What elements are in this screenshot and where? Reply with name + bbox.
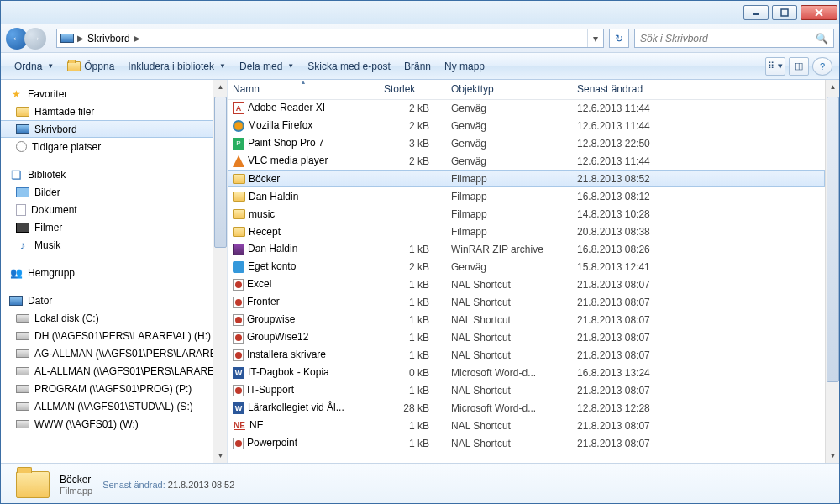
email-button[interactable]: Skicka med e-post — [301, 57, 397, 76]
table-row[interactable]: WIT-Dagbok - Kopia0 kBMicrosoft Word-d..… — [228, 364, 825, 381]
search-placeholder: Sök i Skrivbord — [640, 33, 708, 45]
include-library-menu[interactable]: Inkludera i bibliotek▼ — [121, 57, 233, 76]
scroll-down-icon[interactable]: ▼ — [214, 449, 227, 463]
file-name: Eget konto — [248, 260, 296, 272]
sidebar-item[interactable]: PROGRAM (\\AGFS01\PROG) (P:) — [1, 380, 227, 397]
nal-icon — [233, 349, 244, 361]
vlc-icon — [233, 155, 244, 167]
table-row[interactable]: NENE1 kBNAL Shortcut21.8.2013 08:07 — [228, 417, 825, 434]
sidebar-item[interactable]: Skrivbord — [1, 120, 227, 138]
sidebar-scrollbar[interactable]: ▲ ▼ — [213, 80, 227, 463]
file-modified: 16.8.2013 08:12 — [572, 187, 825, 205]
sidebar-item[interactable]: Dokument — [1, 201, 227, 218]
file-name: Böcker — [249, 173, 280, 185]
scroll-thumb[interactable] — [214, 97, 227, 248]
new-folder-button[interactable]: Ny mapp — [438, 57, 491, 76]
table-row[interactable]: BöckerFilmapp21.8.2013 08:52 — [228, 170, 825, 187]
table-row[interactable]: Excel1 kBNAL Shortcut21.8.2013 08:07 — [228, 276, 825, 293]
burn-button[interactable]: Bränn — [397, 57, 438, 76]
column-size[interactable]: Storlek — [379, 80, 446, 99]
view-menu[interactable]: ⠿ ▾ — [765, 57, 785, 76]
file-size: 1 kB — [379, 328, 446, 346]
file-type: Genväg — [446, 134, 572, 152]
table-row[interactable]: Powerpoint1 kBNAL Shortcut21.8.2013 08:0… — [228, 434, 825, 452]
preview-pane-button[interactable]: ◫ — [789, 57, 809, 76]
refresh-button[interactable]: ↻ — [609, 29, 629, 48]
table-row[interactable]: Groupwise1 kBNAL Shortcut21.8.2013 08:07 — [228, 311, 825, 328]
search-input[interactable]: Sök i Skrivbord 🔍 — [634, 29, 834, 48]
scroll-up-icon[interactable]: ▲ — [214, 80, 227, 94]
sidebar-item[interactable]: Bilder — [1, 183, 227, 201]
table-row[interactable]: Eget konto2 kBGenväg15.8.2013 12:41 — [228, 258, 825, 276]
maximize-button[interactable] — [772, 5, 797, 20]
sidebar-item[interactable]: AG-ALLMAN (\\AGFS01\PERS\LARARE\AL) (L:) — [1, 344, 227, 362]
sidebar-item[interactable]: Lokal disk (C:) — [1, 309, 227, 327]
drive-icon — [16, 314, 29, 323]
help-button[interactable]: ? — [812, 57, 832, 76]
ff-icon — [233, 120, 244, 132]
computer-header[interactable]: Dator — [1, 291, 227, 309]
table-row[interactable]: AAdobe Reader XI2 kBGenväg12.6.2013 11:4… — [228, 99, 825, 117]
libraries-header[interactable]: ❏Bibliotek — [1, 165, 227, 183]
sidebar-item-label: PROGRAM (\\AGFS01\PROG) (P:) — [34, 383, 192, 395]
scroll-down-icon[interactable]: ▼ — [827, 449, 839, 463]
nal-icon — [233, 385, 244, 396]
share-menu[interactable]: Dela med▼ — [233, 57, 301, 76]
close-button[interactable] — [801, 5, 837, 20]
file-type: NAL Shortcut — [446, 328, 572, 346]
table-row[interactable]: Dan HaldinFilmapp16.8.2013 08:12 — [228, 187, 825, 205]
minimize-button[interactable] — [743, 5, 769, 20]
homegroup-header[interactable]: 👥Hemgrupp — [1, 264, 227, 281]
table-row[interactable]: VLC media player2 kBGenväg12.6.2013 11:4… — [228, 152, 825, 170]
file-size: 1 kB — [379, 346, 446, 364]
file-modified: 21.8.2013 08:07 — [572, 434, 825, 452]
file-type: NAL Shortcut — [446, 381, 572, 399]
chevron-right-icon[interactable]: ▶ — [134, 34, 140, 43]
file-type: WinRAR ZIP archive — [446, 240, 572, 258]
column-modified[interactable]: Senast ändrad — [572, 80, 825, 99]
table-row[interactable]: GroupWise121 kBNAL Shortcut21.8.2013 08:… — [228, 328, 825, 346]
sidebar-item[interactable]: AL-ALLMAN (\\AGFS01\PERS\LARARE\AL) (M:) — [1, 362, 227, 380]
folder-i-icon — [233, 227, 245, 237]
table-row[interactable]: Dan Haldin1 kBWinRAR ZIP archive16.8.201… — [228, 240, 825, 258]
list-scrollbar[interactable]: ▲ ▼ — [825, 80, 839, 463]
forward-button[interactable]: → — [24, 28, 46, 50]
sidebar-item[interactable]: WWW (\\AGFS01) (W:) — [1, 415, 227, 433]
details-info: Böcker Filmapp — [60, 474, 92, 496]
sidebar-item[interactable]: Tidigare platser — [1, 138, 227, 155]
file-type: Filmapp — [446, 170, 572, 187]
file-name: Fronter — [247, 296, 280, 307]
sidebar-item-label: Musik — [34, 239, 60, 251]
table-row[interactable]: ReceptFilmapp20.8.2013 08:38 — [228, 223, 825, 240]
column-type[interactable]: Objekttyp — [446, 80, 572, 99]
sidebar-item[interactable]: Hämtade filer — [1, 102, 227, 120]
file-type: Filmapp — [446, 205, 572, 223]
breadcrumb-dropdown[interactable]: ▾ — [587, 29, 603, 47]
table-row[interactable]: IT-Support1 kBNAL Shortcut21.8.2013 08:0… — [228, 381, 825, 399]
breadcrumb[interactable]: ▶ Skrivbord ▶ ▾ — [56, 29, 604, 48]
table-row[interactable]: Installera skrivare1 kBNAL Shortcut21.8.… — [228, 346, 825, 364]
scroll-thumb[interactable] — [827, 97, 839, 382]
table-row[interactable]: WLärarkollegiet vid Ål...28 kBMicrosoft … — [228, 399, 825, 417]
sidebar-item-label: AG-ALLMAN (\\AGFS01\PERS\LARARE\AL) (L:) — [34, 348, 227, 360]
open-button[interactable]: Öppna — [60, 57, 121, 76]
libraries-group: ❏Bibliotek BilderDokumentFilmer♪Musik — [1, 165, 227, 254]
sidebar-item[interactable]: DH (\\AGFS01\PERS\LARARE\AL) (H:) — [1, 327, 227, 344]
breadcrumb-segment[interactable]: Skrivbord — [87, 33, 130, 45]
organize-menu[interactable]: Ordna▼ — [8, 57, 60, 76]
note-icon: ♪ — [16, 239, 29, 252]
table-row[interactable]: musicFilmapp14.8.2013 10:28 — [228, 205, 825, 223]
scroll-up-icon[interactable]: ▲ — [827, 80, 839, 94]
search-icon[interactable]: 🔍 — [816, 33, 828, 45]
sidebar-item[interactable]: ALLMAN (\\AGFS01\STUD\AL) (S:) — [1, 397, 227, 415]
file-size: 3 kB — [379, 134, 446, 152]
table-row[interactable]: PPaint Shop Pro 73 kBGenväg12.8.2013 22:… — [228, 134, 825, 152]
file-name: Lärarkollegiet vid Ål... — [248, 402, 344, 413]
sidebar-item[interactable]: ♪Musik — [1, 236, 227, 254]
table-row[interactable]: Mozilla Firefox2 kBGenväg12.6.2013 11:44 — [228, 117, 825, 134]
favorites-header[interactable]: ★Favoriter — [1, 85, 227, 102]
sidebar-item[interactable]: Filmer — [1, 218, 227, 236]
column-name[interactable]: Namn▲ — [228, 80, 379, 99]
table-row[interactable]: Fronter1 kBNAL Shortcut21.8.2013 08:07 — [228, 293, 825, 311]
nav-buttons: ← → — [6, 28, 51, 50]
